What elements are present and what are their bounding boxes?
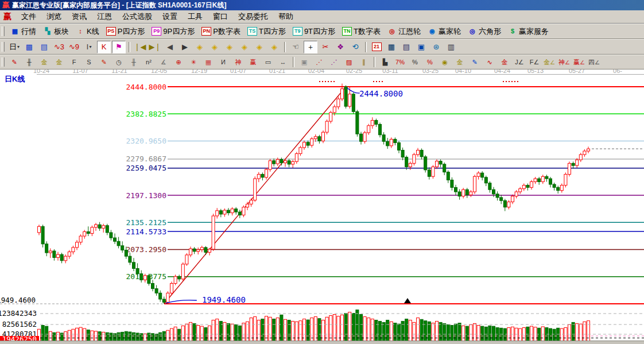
gold-division-tool-1[interactable]: 金: [37, 56, 51, 68]
menu-item-5[interactable]: 设置: [157, 10, 183, 23]
p9-square-button[interactable]: P99P四方形: [148, 25, 198, 38]
ma3-chart-icon[interactable]: ∿3: [52, 41, 66, 53]
fan-lines-red-tool[interactable]: ⋰: [312, 56, 326, 68]
kline-button[interactable]: ↕K线: [72, 25, 103, 38]
f-angle-tool[interactable]: F∠: [527, 56, 541, 68]
title-bar[interactable]: 赢 赢家江恩专业版[赢家内部服务平台] - [上证指数 SH1A0001-167…: [0, 0, 644, 10]
kline-chart[interactable]: 10-2411-0711-2112-0512-1901-0701-2102-04…: [0, 69, 644, 344]
market-map-icon[interactable]: ▩: [22, 41, 36, 53]
gann-center-button[interactable]: ◈: [253, 41, 266, 53]
pen-tool-2[interactable]: ✎: [97, 56, 111, 68]
calendar-button[interactable]: 21: [370, 41, 383, 53]
volume-profile-tool[interactable]: ▙: [378, 56, 392, 68]
gann-compress-button[interactable]: ◈: [238, 41, 251, 53]
next-button[interactable]: ▶: [178, 41, 192, 53]
menu-item-2[interactable]: 资讯: [67, 10, 92, 23]
angle-measure-tool[interactable]: ∡: [157, 56, 170, 68]
menu-item-4[interactable]: 公式选股: [117, 10, 157, 23]
gann-grid-button[interactable]: ◈: [267, 41, 281, 53]
gold-angle-tool[interactable]: 金∠: [542, 56, 556, 68]
j-angle-tool[interactable]: J∠: [513, 56, 526, 68]
status-bar[interactable]: [0, 341, 644, 344]
grid-web-tool[interactable]: ▦: [201, 56, 215, 68]
wave-mark-tool[interactable]: И: [216, 56, 230, 68]
t9-square-button[interactable]: T99T四方形: [289, 25, 339, 38]
toolbar-grip[interactable]: [2, 26, 5, 37]
time-division-tool[interactable]: ╫: [22, 56, 36, 68]
drag-hand-button[interactable]: ☜: [289, 41, 302, 53]
f-division-tool[interactable]: F: [67, 56, 81, 68]
menu-item-9[interactable]: 帮助: [273, 10, 298, 23]
percent-retrace-tool[interactable]: %: [423, 56, 437, 68]
parallel-lines-tool[interactable]: ∥: [357, 56, 371, 68]
t-square-button[interactable]: TST四方形: [244, 25, 289, 38]
box-select-tool[interactable]: ▣: [297, 56, 311, 68]
pen-blue-tool[interactable]: ✎: [468, 56, 482, 68]
web-star-tool[interactable]: ✳: [187, 56, 200, 68]
gold-wave-tool[interactable]: ∿: [483, 56, 496, 68]
fan-lines-purple-tool[interactable]: ⋰: [327, 56, 341, 68]
last-page-button[interactable]: ▶❘: [148, 41, 162, 53]
t-number-table-button[interactable]: TNT数字表: [339, 25, 384, 38]
winner-wheel-button[interactable]: ◉赢家轮: [424, 25, 464, 38]
gold-retrace-tool[interactable]: 金: [498, 56, 511, 68]
four-angle-tool[interactable]: 四∠: [587, 56, 601, 68]
percent-tool[interactable]: %: [408, 56, 422, 68]
prev-button[interactable]: ◀: [163, 41, 177, 53]
menu-item-8[interactable]: 交易委托: [233, 10, 273, 23]
print-button[interactable]: ▥: [444, 41, 458, 53]
gann-shift-left-button[interactable]: ◈: [193, 41, 207, 53]
period-dropdown[interactable]: 日▾: [7, 41, 21, 53]
gann-expand-button[interactable]: ◈: [223, 41, 236, 53]
gold-division-tool-2[interactable]: 金: [52, 56, 66, 68]
menu-item-1[interactable]: 浏览: [41, 10, 67, 23]
candle: [79, 236, 82, 242]
fractal-tool-button[interactable]: ❖: [333, 41, 347, 53]
world-time-button[interactable]: ⊛: [429, 41, 443, 53]
compass-target-tool[interactable]: ⊕: [172, 56, 185, 68]
win-division-tool[interactable]: 赢: [246, 56, 260, 68]
p-square-button[interactable]: PSP四方形: [103, 25, 149, 38]
first-page-button[interactable]: ❘◀: [133, 41, 147, 53]
toolbar-grip[interactable]: [2, 57, 5, 67]
cycle-tool-button[interactable]: ⟲: [348, 41, 362, 53]
gold-levels-tool[interactable]: 金: [453, 56, 467, 68]
sectors-button[interactable]: ▚板块: [40, 25, 72, 38]
grid-fan-tool[interactable]: ▨: [342, 56, 356, 68]
crosshair-button[interactable]: ＋: [304, 41, 317, 53]
candle-style-dropdown[interactable]: Ⅰ▾: [82, 41, 96, 53]
ruler-tool[interactable]: ▭: [261, 56, 275, 68]
info-list-icon[interactable]: ▤: [37, 41, 51, 53]
gann-shift-right-button[interactable]: ◈: [208, 41, 222, 53]
gann-wheel-button[interactable]: ◎江恩轮: [384, 25, 424, 38]
menu-item-6[interactable]: 工具: [183, 10, 208, 23]
span-arrows-tool[interactable]: ↔: [276, 56, 290, 68]
menu-item-3[interactable]: 江恩: [92, 10, 117, 23]
god-division-tool[interactable]: 神: [231, 56, 245, 68]
clock-dial-tool[interactable]: ◷: [112, 56, 126, 68]
candle: [261, 174, 264, 177]
gold-circle-tool[interactable]: ◉: [438, 56, 452, 68]
hexagon-button[interactable]: ◎六角形: [464, 25, 505, 38]
toolbar-grip[interactable]: [2, 42, 5, 52]
volume-bar: [405, 319, 408, 342]
price-division-tool[interactable]: ╫: [127, 56, 141, 68]
menu-item-7[interactable]: 窗口: [208, 10, 233, 23]
quotes-button[interactable]: ▦行情: [7, 25, 40, 38]
n2-division-tool[interactable]: n²: [142, 56, 156, 68]
notes-button[interactable]: ▤: [399, 41, 413, 53]
s-division-tool[interactable]: S: [82, 56, 96, 68]
save-button[interactable]: ▣: [414, 41, 428, 53]
menu-item-0[interactable]: 文件: [16, 10, 41, 23]
delete-line-button[interactable]: ✂: [319, 41, 332, 53]
pen-tool[interactable]: ✎: [7, 56, 21, 68]
percent7-tool[interactable]: 7%: [393, 56, 407, 68]
flag-indicator-button[interactable]: ⚑: [112, 41, 126, 53]
win-angle-tool[interactable]: 赢∠: [572, 56, 586, 68]
god-angle-tool[interactable]: 神∠: [557, 56, 571, 68]
calculator-button[interactable]: ▦: [385, 41, 398, 53]
ma9-chart-icon[interactable]: ∿9: [67, 41, 81, 53]
winner-service-button[interactable]: $赢家服务: [505, 25, 552, 38]
p-number-table-button[interactable]: PNP数字表: [198, 25, 244, 38]
kline-chart-button[interactable]: K: [97, 41, 111, 53]
